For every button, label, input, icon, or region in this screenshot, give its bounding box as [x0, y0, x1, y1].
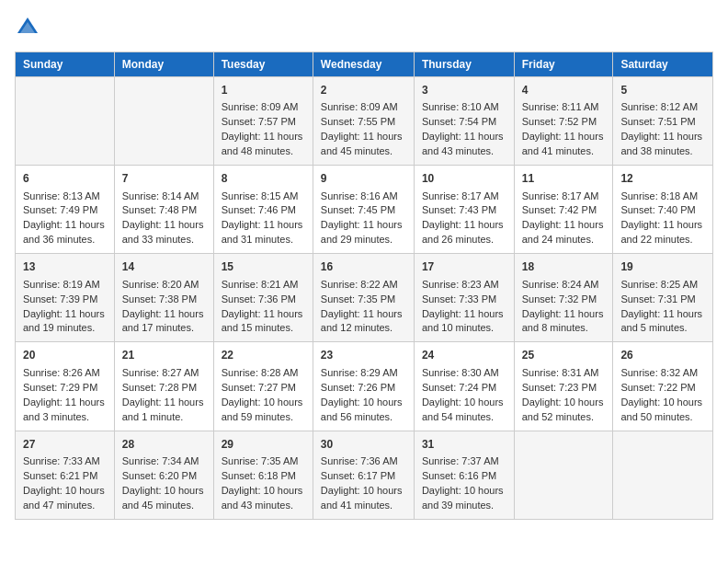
day-number: 3 [422, 83, 506, 98]
sunrise-text: Sunrise: 8:18 AM [620, 190, 698, 201]
day-number: 13 [23, 259, 107, 275]
day-header-friday: Friday [514, 52, 613, 77]
day-number: 17 [422, 259, 506, 275]
daylight-text: Daylight: 10 hours and 39 minutes. [422, 485, 504, 511]
daylight-text: Daylight: 11 hours and 36 minutes. [23, 219, 105, 245]
daylight-text: Daylight: 11 hours and 17 minutes. [122, 308, 204, 334]
sunset-text: Sunset: 7:36 PM [222, 293, 296, 304]
sunset-text: Sunset: 6:17 PM [321, 470, 395, 481]
daylight-text: Daylight: 11 hours and 10 minutes. [422, 308, 504, 334]
day-header-thursday: Thursday [414, 52, 514, 77]
day-cell: 18Sunrise: 8:24 AMSunset: 7:32 PMDayligh… [514, 254, 613, 342]
daylight-text: Daylight: 11 hours and 3 minutes. [23, 396, 105, 422]
day-number: 22 [222, 348, 305, 363]
sunset-text: Sunset: 7:22 PM [620, 382, 695, 393]
sunrise-text: Sunrise: 7:35 AM [222, 455, 299, 466]
day-number: 8 [222, 171, 305, 187]
sunrise-text: Sunrise: 8:30 AM [422, 367, 499, 378]
daylight-text: Daylight: 10 hours and 47 minutes. [23, 485, 105, 511]
daylight-text: Daylight: 11 hours and 41 minutes. [522, 131, 604, 156]
day-cell [114, 77, 213, 166]
day-cell [16, 77, 115, 166]
daylight-text: Daylight: 10 hours and 54 minutes. [422, 396, 504, 422]
day-number: 6 [23, 171, 107, 187]
sunset-text: Sunset: 7:27 PM [222, 382, 296, 393]
daylight-text: Daylight: 11 hours and 48 minutes. [222, 131, 303, 156]
day-number: 12 [620, 171, 705, 187]
day-cell: 9Sunrise: 8:16 AMSunset: 7:45 PMDaylight… [313, 166, 414, 254]
sunset-text: Sunset: 7:26 PM [321, 382, 395, 393]
day-cell: 29Sunrise: 7:35 AMSunset: 6:18 PMDayligh… [213, 431, 313, 519]
day-number: 9 [321, 171, 406, 187]
day-header-sunday: Sunday [16, 52, 115, 77]
week-row-4: 20Sunrise: 8:26 AMSunset: 7:29 PMDayligh… [16, 342, 713, 431]
day-number: 7 [122, 171, 206, 187]
sunset-text: Sunset: 7:46 PM [222, 204, 296, 215]
daylight-text: Daylight: 11 hours and 45 minutes. [321, 131, 403, 156]
day-number: 11 [522, 171, 606, 187]
day-cell: 2Sunrise: 8:09 AMSunset: 7:55 PMDaylight… [313, 77, 414, 166]
sunrise-text: Sunrise: 7:34 AM [122, 455, 199, 466]
sunset-text: Sunset: 7:29 PM [23, 382, 97, 393]
sunset-text: Sunset: 7:42 PM [522, 204, 597, 215]
daylight-text: Daylight: 10 hours and 41 minutes. [321, 485, 403, 511]
week-row-3: 13Sunrise: 8:19 AMSunset: 7:39 PMDayligh… [16, 254, 713, 342]
calendar-table: SundayMondayTuesdayWednesdayThursdayFrid… [15, 52, 713, 520]
day-cell: 13Sunrise: 8:19 AMSunset: 7:39 PMDayligh… [16, 254, 115, 342]
sunset-text: Sunset: 7:40 PM [620, 204, 695, 215]
day-number: 31 [422, 437, 506, 453]
day-cell: 5Sunrise: 8:12 AMSunset: 7:51 PMDaylight… [613, 77, 713, 166]
day-number: 19 [620, 259, 705, 275]
sunrise-text: Sunrise: 8:31 AM [522, 367, 599, 378]
day-cell [613, 431, 713, 519]
sunrise-text: Sunrise: 8:10 AM [422, 101, 499, 112]
daylight-text: Daylight: 11 hours and 15 minutes. [222, 308, 303, 334]
day-cell: 21Sunrise: 8:27 AMSunset: 7:28 PMDayligh… [114, 342, 213, 431]
sunrise-text: Sunrise: 8:23 AM [422, 279, 499, 290]
sunrise-text: Sunrise: 8:17 AM [422, 190, 499, 201]
day-cell: 6Sunrise: 8:13 AMSunset: 7:49 PMDaylight… [16, 166, 115, 254]
day-cell: 20Sunrise: 8:26 AMSunset: 7:29 PMDayligh… [16, 342, 115, 431]
sunset-text: Sunset: 7:49 PM [23, 204, 97, 215]
sunrise-text: Sunrise: 8:15 AM [222, 190, 299, 201]
day-number: 16 [321, 259, 406, 275]
day-header-monday: Monday [114, 52, 213, 77]
sunset-text: Sunset: 7:24 PM [422, 382, 496, 393]
sunset-text: Sunset: 7:51 PM [620, 116, 695, 127]
logo [15, 15, 44, 40]
sunrise-text: Sunrise: 8:22 AM [321, 279, 398, 290]
header-row: SundayMondayTuesdayWednesdayThursdayFrid… [16, 52, 713, 77]
daylight-text: Daylight: 11 hours and 26 minutes. [422, 219, 504, 245]
page-header [15, 15, 713, 40]
sunrise-text: Sunrise: 7:37 AM [422, 455, 499, 466]
day-number: 20 [23, 348, 107, 363]
day-cell: 7Sunrise: 8:14 AMSunset: 7:48 PMDaylight… [114, 166, 213, 254]
day-cell: 15Sunrise: 8:21 AMSunset: 7:36 PMDayligh… [213, 254, 313, 342]
sunset-text: Sunset: 7:39 PM [23, 293, 97, 304]
day-number: 28 [122, 437, 206, 453]
day-cell [514, 431, 613, 519]
daylight-text: Daylight: 10 hours and 50 minutes. [620, 396, 702, 422]
sunset-text: Sunset: 7:54 PM [422, 116, 496, 127]
day-header-tuesday: Tuesday [213, 52, 313, 77]
daylight-text: Daylight: 11 hours and 22 minutes. [620, 219, 702, 245]
day-number: 24 [422, 348, 506, 363]
sunrise-text: Sunrise: 7:33 AM [23, 455, 100, 466]
day-number: 2 [321, 83, 406, 98]
sunrise-text: Sunrise: 8:19 AM [23, 279, 100, 290]
sunrise-text: Sunrise: 8:32 AM [620, 367, 698, 378]
daylight-text: Daylight: 11 hours and 38 minutes. [620, 131, 702, 156]
sunset-text: Sunset: 7:55 PM [321, 116, 395, 127]
day-cell: 3Sunrise: 8:10 AMSunset: 7:54 PMDaylight… [414, 77, 514, 166]
sunrise-text: Sunrise: 8:14 AM [122, 190, 199, 201]
sunrise-text: Sunrise: 8:26 AM [23, 367, 100, 378]
sunrise-text: Sunrise: 8:25 AM [620, 279, 698, 290]
day-cell: 28Sunrise: 7:34 AMSunset: 6:20 PMDayligh… [114, 431, 213, 519]
sunrise-text: Sunrise: 8:17 AM [522, 190, 599, 201]
daylight-text: Daylight: 11 hours and 19 minutes. [23, 308, 105, 334]
sunset-text: Sunset: 7:48 PM [122, 204, 197, 215]
day-cell: 12Sunrise: 8:18 AMSunset: 7:40 PMDayligh… [613, 166, 713, 254]
day-cell: 4Sunrise: 8:11 AMSunset: 7:52 PMDaylight… [514, 77, 613, 166]
day-cell: 25Sunrise: 8:31 AMSunset: 7:23 PMDayligh… [514, 342, 613, 431]
day-number: 29 [222, 437, 305, 453]
